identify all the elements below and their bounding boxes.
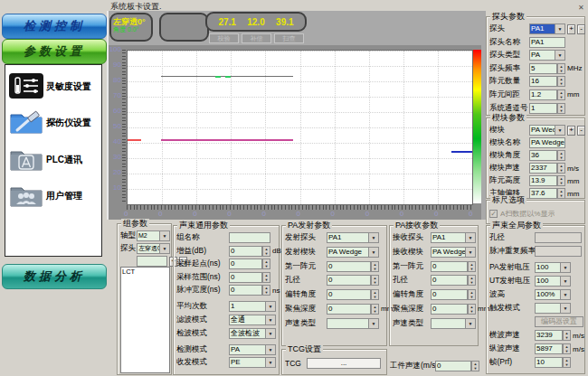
dropdown-arrow-icon[interactable]: ▼ bbox=[555, 125, 565, 136]
scan-button[interactable]: 扫查 bbox=[274, 33, 304, 43]
spin-field[interactable]: 13.9▲▼ bbox=[529, 175, 565, 186]
combo-box[interactable]: PA Wedge▼ bbox=[529, 125, 565, 136]
spin-field[interactable]: 0▲▼ bbox=[229, 285, 270, 296]
spinner[interactable]: ▲▼ bbox=[371, 275, 379, 286]
spin-field[interactable]: 1▲▼ bbox=[529, 103, 565, 114]
list-item[interactable]: LCT bbox=[121, 268, 169, 276]
combo-box[interactable]: 全通▼ bbox=[229, 315, 276, 325]
spin-down-button[interactable]: ▼ bbox=[557, 193, 565, 199]
text-field[interactable]: PA1 bbox=[529, 37, 565, 48]
spin-down-button[interactable]: ▼ bbox=[557, 95, 565, 100]
combo-box[interactable]: PA▼ bbox=[229, 344, 276, 355]
spinner[interactable]: ▲▼ bbox=[468, 261, 476, 272]
spinner[interactable]: ▲▼ bbox=[262, 285, 270, 296]
spin-down-button[interactable]: ▼ bbox=[563, 349, 571, 354]
spinner[interactable]: ▲▼ bbox=[557, 150, 565, 161]
spin-field[interactable]: 37.6▲▼ bbox=[529, 188, 565, 199]
dropdown-arrow-icon[interactable]: ▼ bbox=[560, 276, 571, 287]
spin-down-button[interactable]: ▼ bbox=[471, 366, 479, 371]
probe-mode-button[interactable]: 左穿透0° 角度 0.0° bbox=[109, 13, 153, 42]
dropdown-arrow-icon[interactable]: ▼ bbox=[368, 247, 379, 258]
dropdown-arrow-icon[interactable]: ▼ bbox=[555, 50, 565, 61]
dropdown-arrow-icon[interactable]: ▼ bbox=[265, 328, 276, 339]
spinner[interactable]: ▲▼ bbox=[557, 103, 565, 114]
dropdown-arrow-icon[interactable]: ▼ bbox=[265, 301, 276, 312]
sidebar-item-flaw-detector[interactable]: 探伤仪设置 bbox=[9, 108, 98, 138]
spin-field[interactable]: 10▲▼ bbox=[535, 357, 571, 368]
spin-down-button[interactable]: ▼ bbox=[468, 295, 476, 300]
spin-field[interactable]: 0▲▼ bbox=[229, 246, 270, 257]
dropdown-arrow-icon[interactable]: ▼ bbox=[159, 230, 170, 241]
spin-field[interactable]: 0▲▼ bbox=[431, 289, 476, 300]
spinner[interactable]: ▲▼ bbox=[557, 89, 565, 100]
spin-field[interactable]: 0▲▼ bbox=[229, 272, 270, 283]
param-settings-button[interactable]: 参数设置 bbox=[2, 39, 107, 64]
spin-down-button[interactable]: ▼ bbox=[262, 277, 270, 283]
dropdown-arrow-icon[interactable]: ▼ bbox=[368, 232, 379, 243]
spin-field[interactable]: 0▲▼ bbox=[431, 304, 476, 315]
spinner[interactable]: ▲▼ bbox=[557, 175, 565, 186]
combo-box[interactable]: 100%▼ bbox=[535, 289, 571, 300]
spin-field[interactable]: 0▲▼ bbox=[327, 261, 379, 272]
spin-field[interactable]: 16▲▼ bbox=[529, 76, 565, 87]
text-field[interactable]: PA Wedge bbox=[529, 137, 565, 148]
spinner[interactable]: ▲▼ bbox=[262, 272, 270, 283]
spinner[interactable]: ▲▼ bbox=[468, 304, 476, 315]
sidebar-item-users[interactable]: 用户管理 bbox=[9, 181, 98, 212]
spinner[interactable]: ▲▼ bbox=[468, 289, 476, 300]
combo-box[interactable]: PA1▼ bbox=[529, 24, 565, 34]
dropdown-arrow-icon[interactable]: ▼ bbox=[265, 344, 276, 355]
add-button[interactable]: + bbox=[567, 126, 575, 136]
calibrate-button[interactable]: 校验 bbox=[209, 33, 239, 43]
dropdown-arrow-icon[interactable]: ▼ bbox=[465, 247, 476, 258]
spinner[interactable]: ▲▼ bbox=[468, 275, 476, 286]
spin-down-button[interactable]: ▼ bbox=[557, 69, 565, 74]
sidebar-item-sensitivity[interactable]: 灵敏度设置 bbox=[9, 71, 98, 102]
combo-box[interactable]: PA1▼ bbox=[327, 232, 379, 243]
dropdown-arrow-icon[interactable]: ▼ bbox=[265, 315, 276, 325]
spin-down-button[interactable]: ▼ bbox=[262, 264, 270, 269]
ascan-plot-area[interactable] bbox=[127, 50, 473, 205]
combo-box[interactable]: 100▼ bbox=[535, 262, 571, 273]
spinner[interactable]: ▲▼ bbox=[563, 330, 571, 341]
spin-down-button[interactable]: ▼ bbox=[557, 155, 565, 161]
spin-field[interactable]: 3239▲▼ bbox=[535, 330, 571, 341]
combo-box[interactable]: 100▼ bbox=[535, 276, 571, 287]
spin-down-button[interactable]: ▼ bbox=[371, 280, 379, 286]
blank-button[interactable] bbox=[159, 13, 209, 42]
spin-down-button[interactable]: ▼ bbox=[557, 108, 565, 114]
text-field[interactable] bbox=[535, 232, 582, 243]
spin-down-button[interactable]: ▼ bbox=[557, 81, 565, 87]
combo-box[interactable]: ▼ bbox=[327, 318, 379, 329]
combo-box[interactable]: ▼ bbox=[535, 303, 571, 314]
combo-box[interactable]: PA Wedge▼ bbox=[327, 247, 379, 258]
dropdown-arrow-icon[interactable]: ▼ bbox=[465, 318, 476, 329]
compensate-button[interactable]: 补偿 bbox=[242, 33, 271, 43]
spinner[interactable]: ▲▼ bbox=[557, 63, 565, 74]
sidebar-item-plc[interactable]: PLC通讯 bbox=[9, 145, 98, 175]
spinner[interactable]: ▲▼ bbox=[557, 188, 565, 199]
spin-down-button[interactable]: ▼ bbox=[371, 295, 379, 300]
dropdown-arrow-icon[interactable]: ▼ bbox=[368, 318, 379, 329]
spinner[interactable]: ▲▼ bbox=[262, 258, 270, 269]
spin-down-button[interactable]: ▼ bbox=[262, 251, 270, 257]
combo-box[interactable]: 左穿透0°▼ bbox=[137, 243, 170, 254]
combo-box[interactable]: 全波检波▼ bbox=[229, 328, 276, 339]
spin-down-button[interactable]: ▼ bbox=[557, 181, 565, 186]
spin-field[interactable]: 5▲▼ bbox=[529, 63, 565, 74]
spinner[interactable]: ▲▼ bbox=[557, 76, 565, 87]
dropdown-arrow-icon[interactable]: ▼ bbox=[560, 262, 571, 273]
remove-button[interactable]: - bbox=[577, 24, 585, 34]
spinner[interactable]: ▲▼ bbox=[563, 357, 571, 368]
panel-button[interactable]: 编码器设置 bbox=[535, 316, 583, 327]
spin-field[interactable]: 0▲▼ bbox=[431, 275, 476, 286]
text-field[interactable] bbox=[535, 246, 582, 257]
combo-box[interactable]: PA▼ bbox=[529, 50, 565, 61]
dropdown-arrow-icon[interactable]: ▼ bbox=[465, 232, 476, 243]
spin-field[interactable]: 0▲▼ bbox=[327, 275, 379, 286]
spin-down-button[interactable]: ▼ bbox=[563, 335, 571, 341]
dropdown-arrow-icon[interactable]: ▼ bbox=[560, 289, 571, 300]
spin-field[interactable]: 0▲▼ bbox=[327, 304, 379, 315]
combo-box[interactable]: ▼ bbox=[431, 318, 476, 329]
dropdown-arrow-icon[interactable]: ▼ bbox=[159, 243, 170, 254]
